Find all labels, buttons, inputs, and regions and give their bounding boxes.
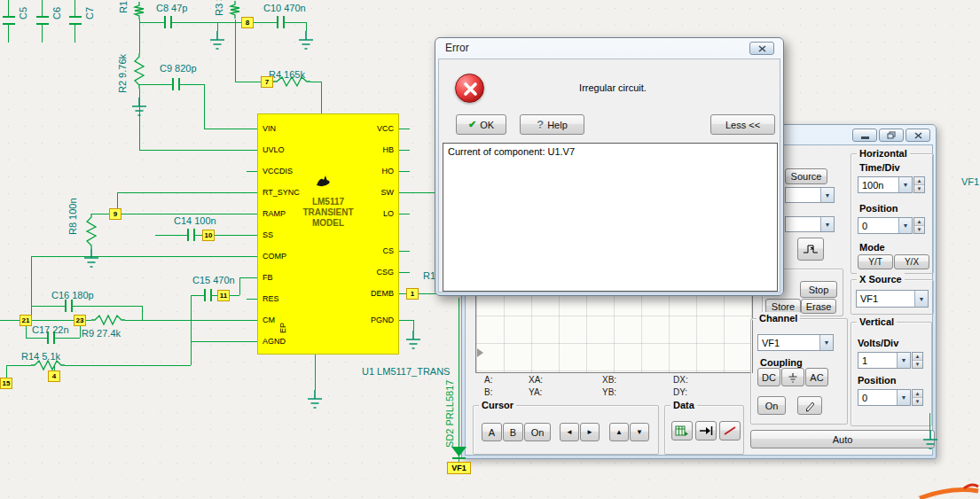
coupling-ground-button[interactable] — [781, 368, 804, 386]
cursor-left-button[interactable]: ◄ — [560, 423, 579, 441]
cursor-bottom-button[interactable]: ▼ — [630, 423, 649, 441]
app-logo — [918, 481, 980, 499]
capacitor-symbol[interactable] — [36, 16, 49, 25]
error-dialog[interactable]: Error Irregular circuit. ✔ OK ? Help Les… — [435, 37, 784, 296]
chevron-down-icon[interactable]: ▼ — [898, 218, 912, 233]
spin-down-icon[interactable]: ▼ — [914, 226, 924, 233]
cursor-a-button[interactable]: A — [482, 423, 502, 441]
spin-down-icon[interactable]: ▼ — [913, 398, 922, 405]
cursor-group-title: Cursor — [479, 399, 516, 411]
resistor-symbol[interactable] — [134, 53, 145, 89]
cursor-right-button[interactable]: ► — [580, 423, 600, 441]
horizontal-position-spinner[interactable]: ▲▼ — [913, 217, 925, 234]
vertical-position-spinner[interactable]: ▲▼ — [912, 389, 923, 406]
error-message: Irregular circuit. — [542, 82, 684, 93]
chevron-down-icon[interactable]: ▼ — [897, 353, 910, 368]
wire — [42, 25, 43, 43]
label-r1-right: R1 — [423, 270, 435, 281]
ok-label: OK — [480, 120, 494, 130]
spin-up-icon[interactable]: ▲ — [913, 353, 922, 361]
spin-up-icon[interactable]: ▲ — [914, 177, 924, 185]
help-button[interactable]: ? Help — [520, 114, 584, 135]
capacitor-symbol[interactable] — [3, 16, 15, 25]
capacitor-symbol[interactable] — [187, 229, 195, 241]
export-data-button[interactable] — [695, 421, 717, 441]
spin-down-icon[interactable]: ▼ — [914, 185, 924, 192]
wire — [235, 22, 236, 82]
ic-pin-label: VIN — [263, 124, 276, 133]
volts-div-label: Volts/Div — [858, 338, 898, 348]
node-8: 8 — [241, 17, 254, 28]
cursor-on-button[interactable]: On — [524, 423, 551, 441]
chevron-down-icon[interactable]: ▼ — [914, 291, 928, 307]
time-div-select[interactable]: 100n ▼ — [858, 176, 913, 193]
vertical-position-select[interactable]: 0 ▼ — [858, 389, 911, 406]
resistor-symbol[interactable] — [134, 2, 145, 19]
trigger-mode-select[interactable]: ▼ — [785, 216, 835, 232]
resistor-symbol[interactable] — [86, 214, 97, 249]
capacitor-symbol[interactable] — [172, 78, 180, 90]
horizontal-position-select[interactable]: 0 ▼ — [858, 217, 913, 234]
less-button[interactable]: Less << — [710, 114, 775, 135]
ok-button[interactable]: ✔ OK — [456, 114, 506, 135]
coupling-ac-button[interactable]: AC — [805, 368, 828, 386]
label-c10: C10 470n — [263, 3, 306, 13]
restore-button[interactable] — [879, 129, 904, 142]
label-r1: R1 — [118, 1, 129, 13]
wire — [204, 84, 205, 129]
chevron-down-icon[interactable]: ▼ — [820, 217, 834, 231]
arrow-left-icon: ◄ — [566, 428, 573, 436]
wire — [179, 84, 204, 85]
wire — [74, 0, 75, 16]
ground-icon — [788, 372, 798, 383]
channel-select[interactable]: VF1 ▼ — [757, 334, 834, 351]
export-table-button[interactable] — [671, 421, 693, 441]
time-div-spinner[interactable]: ▲▼ — [913, 176, 925, 193]
vertical-group-title: Vertical — [857, 316, 897, 328]
error-details-box[interactable]: Current of component: U1.V7 — [443, 143, 778, 292]
wire — [26, 326, 27, 338]
mode-yt-button[interactable]: Y/T — [858, 254, 893, 269]
volts-div-spinner[interactable]: ▲▼ — [912, 352, 923, 369]
cursor-top-button[interactable]: ▲ — [609, 423, 629, 441]
horizontal-position-value: 0 — [862, 221, 867, 231]
chevron-down-icon[interactable]: ▼ — [898, 177, 912, 192]
wire — [399, 171, 410, 172]
spin-down-icon[interactable]: ▼ — [913, 361, 922, 368]
trigger-source-button[interactable]: Source — [785, 168, 827, 184]
mode-yx-button[interactable]: Y/X — [894, 254, 929, 269]
resistor-symbol[interactable] — [91, 315, 125, 325]
cursor-b-button[interactable]: B — [503, 423, 523, 441]
trigger-edge-button[interactable] — [797, 238, 824, 261]
capacitor-symbol[interactable] — [204, 289, 212, 301]
coupling-dc-button[interactable]: DC — [757, 368, 780, 386]
diode-sd2-symbol[interactable] — [450, 446, 468, 464]
capacitor-symbol[interactable] — [65, 300, 73, 312]
auto-button[interactable]: Auto — [750, 430, 935, 448]
wire — [399, 320, 413, 321]
capacitor-symbol[interactable] — [69, 16, 82, 25]
capacitor-symbol[interactable] — [277, 16, 285, 28]
channel-on-button[interactable]: On — [757, 396, 786, 415]
wire — [8, 0, 9, 16]
chevron-down-icon[interactable]: ▼ — [819, 335, 833, 350]
spin-up-icon[interactable]: ▲ — [914, 218, 924, 226]
trigger-source-select[interactable]: ▼ — [785, 187, 835, 203]
close-button[interactable] — [906, 129, 930, 142]
chevron-down-icon[interactable]: ▼ — [897, 390, 910, 405]
erase-button[interactable]: Erase — [801, 299, 836, 314]
x-source-select[interactable]: VF1 ▼ — [856, 290, 929, 308]
chevron-down-icon[interactable]: ▼ — [820, 188, 834, 202]
dialog-close-button[interactable] — [749, 42, 774, 55]
resistor-symbol[interactable] — [230, 1, 240, 19]
spin-up-icon[interactable]: ▲ — [913, 390, 922, 398]
minimize-button[interactable] — [852, 129, 877, 142]
stop-button[interactable]: Stop — [800, 281, 837, 298]
trace-position-marker[interactable] — [477, 348, 483, 357]
line-style-button[interactable] — [719, 421, 741, 441]
probe-vf1[interactable]: VF1 — [447, 462, 471, 474]
capacitor-symbol[interactable] — [164, 16, 172, 28]
volts-div-select[interactable]: 1 ▼ — [858, 352, 911, 369]
trace-color-button[interactable] — [797, 396, 822, 415]
label-r8: R8 100n — [67, 198, 78, 235]
